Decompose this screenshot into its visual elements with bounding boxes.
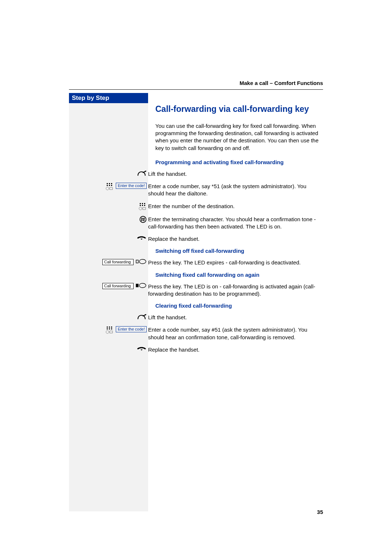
- svg-rect-35: [110, 331, 113, 333]
- svg-marker-36: [140, 349, 143, 351]
- svg-rect-7: [111, 185, 112, 186]
- key-label-off: Call forwarding: [102, 259, 134, 265]
- svg-rect-29: [109, 327, 110, 328]
- svg-point-8: [106, 187, 109, 190]
- led-off-icon: [136, 259, 147, 264]
- svg-rect-11: [142, 203, 143, 204]
- step-replace-2: Replace the handset.: [155, 346, 323, 353]
- key-label-on: Call forwarding: [102, 283, 134, 289]
- keypad-icon: [106, 183, 114, 191]
- page-number: 35: [317, 509, 323, 515]
- sub-heading-switch-off: Switching off fixed call-forwarding: [155, 248, 323, 254]
- lift-handset-icon: [136, 314, 147, 320]
- display-enter-code-2: Enter the code!: [116, 326, 147, 332]
- svg-point-16: [139, 207, 142, 210]
- header-divider: [69, 89, 323, 90]
- svg-rect-25: [136, 284, 138, 287]
- keypad-icon: [106, 326, 114, 334]
- section-heading: Call-forwarding via call-forwarding key: [155, 104, 323, 114]
- svg-rect-33: [111, 328, 112, 329]
- step-enter-code-2: Enter the code! Enter a code number, say…: [155, 326, 323, 341]
- step-text: Replace the handset.: [148, 235, 323, 243]
- svg-rect-30: [111, 327, 112, 328]
- step-text: Press the key. The LED is on - call-forw…: [148, 283, 323, 298]
- svg-rect-2: [107, 183, 108, 184]
- svg-rect-6: [109, 185, 110, 186]
- replace-handset-icon: [136, 235, 147, 240]
- step-lift-1: Lift the handset.: [155, 170, 323, 178]
- keypad-icon: [139, 203, 147, 211]
- icon-cell: [69, 170, 148, 177]
- step-terminator: Enter the terminating character. You sho…: [155, 216, 323, 231]
- step-enter-dest: Enter the number of the destination.: [155, 203, 323, 211]
- icon-cell: [69, 203, 148, 211]
- sidebar-title: Step by Step: [69, 93, 148, 103]
- replace-handset-icon: [136, 346, 147, 351]
- step-text: Press the key. The LED expires - call-fo…: [148, 259, 323, 266]
- svg-line-20: [144, 218, 144, 221]
- step-replace-1: Replace the handset.: [155, 235, 323, 243]
- sub-heading-clearing: Clearing fixed call-forwarding: [155, 303, 323, 309]
- display-enter-code: Enter the code!: [116, 183, 147, 189]
- step-text: Enter the terminating character. You sho…: [148, 216, 323, 231]
- svg-rect-4: [111, 183, 112, 184]
- icon-cell: Call forwarding: [69, 259, 148, 265]
- icon-cell: Call forwarding: [69, 283, 148, 289]
- step-press-key-off: Call forwarding Press the key. The LED e…: [155, 259, 323, 266]
- led-on-icon: [136, 283, 147, 288]
- step-lift-2: Lift the handset.: [155, 314, 323, 321]
- svg-rect-28: [107, 327, 108, 328]
- icon-cell: [69, 216, 148, 223]
- sub-heading-programming: Programming and activating fixed call-fo…: [155, 159, 323, 165]
- svg-point-34: [106, 331, 109, 333]
- right-column: Call-forwarding via call-forwarding key …: [148, 93, 323, 511]
- running-header: Make a call – Comfort Functions: [240, 80, 323, 86]
- hash-key-icon: [139, 216, 147, 223]
- step-text: Lift the handset.: [148, 314, 323, 321]
- svg-rect-3: [109, 183, 110, 184]
- icon-cell: Enter the code!: [69, 183, 148, 191]
- sub-heading-switch-on: Switching fixed call forwarding on again: [155, 272, 323, 278]
- step-enter-code-1: Enter the code! Enter a code number, say…: [155, 183, 323, 198]
- svg-rect-31: [107, 328, 108, 329]
- page: Make a call – Comfort Functions Step by …: [0, 0, 392, 555]
- svg-rect-13: [140, 205, 141, 206]
- step-press-key-on: Call forwarding Press the key. The LED i…: [155, 283, 323, 298]
- svg-marker-23: [140, 239, 143, 240]
- step-text: Replace the handset.: [148, 346, 323, 353]
- svg-rect-17: [143, 207, 146, 210]
- icon-cell: Enter the code!: [69, 326, 148, 334]
- svg-rect-24: [136, 260, 138, 263]
- svg-rect-15: [144, 205, 145, 206]
- icon-cell: [69, 314, 148, 320]
- left-column: Step by Step: [69, 93, 148, 511]
- icon-cell: [69, 346, 148, 351]
- content-columns: Step by Step Call-forwarding via call-fo…: [69, 93, 323, 511]
- step-text: Enter a code number, say *51 (ask the sy…: [148, 183, 323, 198]
- step-text: Enter the number of the destination.: [148, 203, 323, 210]
- sidebar-stripe: [69, 103, 148, 511]
- svg-rect-5: [107, 185, 108, 186]
- svg-rect-9: [110, 187, 113, 190]
- step-text: Enter a code number, say #51 (ask the sy…: [148, 326, 323, 341]
- svg-rect-12: [144, 203, 145, 204]
- step-text: Lift the handset.: [148, 170, 323, 178]
- svg-rect-32: [109, 328, 110, 329]
- icon-cell: [69, 235, 148, 240]
- svg-rect-14: [142, 205, 143, 206]
- section-intro: You can use the call-forwarding key for …: [155, 122, 323, 152]
- lift-handset-icon: [136, 170, 147, 177]
- svg-point-18: [140, 216, 146, 222]
- svg-line-19: [142, 218, 142, 221]
- svg-rect-10: [140, 203, 141, 204]
